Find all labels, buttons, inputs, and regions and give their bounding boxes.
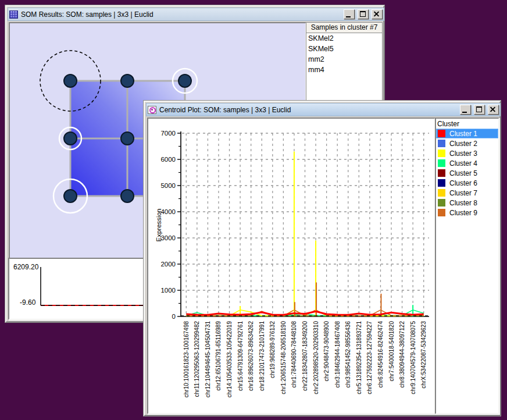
- legend-item[interactable]: Cluster 3: [436, 148, 498, 158]
- legend-item-label: Cluster 3: [445, 150, 477, 158]
- x-tick-label: chr11:120295063-120299482: [194, 321, 200, 397]
- centroid-chart-panel: 01000200030004000500060007000Expressionc…: [147, 118, 435, 414]
- som-node: [64, 190, 77, 202]
- cluster-color-swatch: [438, 159, 445, 167]
- legend-item[interactable]: Cluster 5: [436, 168, 498, 178]
- x-tick-label: chr3:98541452-98556436: [345, 321, 351, 388]
- x-tick-label: chr1:78440690-78448108: [291, 321, 297, 388]
- x-tick-label: chr2:202898520-202903310: [313, 321, 319, 394]
- som-node: [121, 132, 134, 145]
- som-node: [64, 132, 77, 145]
- samples-panel-header: Samples in cluster #7: [306, 23, 382, 33]
- legend-item-label: Cluster 8: [445, 199, 477, 207]
- centroid-plot-icon: [148, 106, 156, 114]
- x-tick-label: chr22:18342807-18349200: [302, 321, 308, 391]
- cluster-color-swatch: [438, 169, 445, 177]
- x-tick-label: chr12:65106791-65116989: [215, 321, 222, 391]
- centroid-plot-window: Centroid Plot: SOM: samples | 3x3 | Eucl…: [143, 100, 501, 417]
- x-tick-label: chr5:131892354-131893721: [356, 321, 362, 394]
- x-tick-label: chr18:21017473-21017991: [259, 321, 265, 391]
- minimize-button[interactable]: [460, 105, 471, 115]
- x-tick-label: chr8:38094944-38097122: [399, 321, 405, 388]
- maximize-button[interactable]: [474, 105, 485, 115]
- sample-item[interactable]: mm4: [306, 65, 382, 75]
- legend-list: Cluster 1Cluster 2Cluster 3Cluster 4Clus…: [436, 129, 498, 218]
- legend-item-label: Cluster 4: [445, 159, 477, 168]
- x-tick-label: chr9:140704579-140708075: [410, 321, 416, 394]
- som-node: [64, 74, 77, 87]
- cluster-legend-panel: Cluster Cluster 1Cluster 2Cluster 3Clust…: [435, 118, 499, 414]
- x-tick-label: chr6:127592223-127594227: [366, 321, 373, 394]
- som-node: [178, 74, 191, 87]
- y-axis-title: Expression: [155, 209, 162, 242]
- cluster-color-swatch: [438, 130, 445, 137]
- cluster-color-swatch: [438, 189, 445, 197]
- sample-item[interactable]: mm2: [306, 54, 382, 65]
- y-tick-label: 3000: [160, 234, 176, 241]
- mini-plot-max-label: 6209.20: [13, 263, 38, 271]
- y-tick-label: 4000: [160, 208, 176, 215]
- legend-item-label: Cluster 7: [445, 189, 477, 197]
- som-grid-icon: [9, 10, 18, 19]
- close-button[interactable]: [372, 9, 383, 19]
- samples-list: SKMel2SKMel5mm2mm4: [306, 33, 382, 75]
- centroid-window-titlebar[interactable]: Centroid Plot: SOM: samples | 3x3 | Eucl…: [146, 103, 501, 116]
- som-window-title: SOM Results: SOM: samples | 3x3 | Euclid: [20, 10, 341, 19]
- y-tick-label: 6000: [160, 156, 176, 163]
- x-tick-label: chr12:104494645-104504731: [205, 321, 211, 398]
- legend-header: Cluster: [436, 119, 498, 129]
- cluster-color-swatch: [438, 150, 445, 157]
- maximize-button[interactable]: [358, 9, 369, 19]
- x-tick-label: chr10:100161823-100167498: [183, 321, 190, 398]
- mini-plot-min-label: -9.60: [20, 298, 35, 307]
- x-tick-label: chrX:53422087-53429623: [420, 321, 427, 389]
- x-tick-label: chr7:5400018-5401820: [388, 321, 395, 382]
- minimize-button[interactable]: [344, 9, 355, 19]
- cluster-color-swatch: [438, 199, 445, 207]
- legend-item[interactable]: Cluster 2: [436, 138, 498, 148]
- desktop: { "desktop": {"bg_color": "#470b45"}, "s…: [0, 0, 507, 420]
- expression-chart: 01000200030004000500060007000Expressionc…: [148, 119, 432, 411]
- centroid-window-title: Centroid Plot: SOM: samples | 3x3 | Eucl…: [158, 106, 457, 114]
- legend-item-label: Cluster 6: [445, 179, 477, 187]
- y-tick-label: 2000: [160, 261, 176, 268]
- x-tick-label: chr19:968289-976132: [269, 321, 276, 378]
- close-button[interactable]: [488, 105, 499, 115]
- x-tick-label: chr15:64791309-64792761: [237, 321, 244, 391]
- y-tick-label: 0: [172, 313, 176, 320]
- y-tick-label: 5000: [160, 182, 176, 189]
- sample-item[interactable]: SKMel2: [306, 33, 382, 44]
- legend-item[interactable]: Cluster 8: [436, 198, 498, 208]
- x-tick-label: chr6:82454916-82462474: [377, 321, 384, 388]
- legend-item[interactable]: Cluster 4: [436, 158, 498, 168]
- cluster-color-swatch: [438, 140, 445, 147]
- som-node: [121, 190, 134, 202]
- legend-item[interactable]: Cluster 9: [436, 208, 498, 218]
- legend-item-label: Cluster 1: [445, 130, 477, 138]
- legend-item[interactable]: Cluster 7: [436, 188, 498, 198]
- legend-item[interactable]: Cluster 6: [436, 178, 498, 188]
- x-tick-label: chr14:105403533-105422019: [226, 321, 233, 398]
- som-window-titlebar[interactable]: SOM Results: SOM: samples | 3x3 | Euclid: [8, 8, 384, 21]
- legend-item-label: Cluster 9: [445, 209, 477, 217]
- x-tick-label: chr16:89626073-89634262: [248, 321, 254, 391]
- legend-item[interactable]: Cluster 1: [436, 129, 498, 138]
- cluster-color-swatch: [438, 209, 445, 216]
- x-tick-label: chr3:18462944-18467408: [334, 321, 341, 388]
- cluster-color-swatch: [438, 179, 445, 187]
- som-node: [121, 74, 134, 87]
- legend-item-label: Cluster 5: [445, 169, 477, 177]
- x-tick-label: chr1:206515748-206518190: [280, 321, 287, 394]
- sample-item[interactable]: SKMel5: [306, 44, 382, 54]
- y-tick-label: 7000: [160, 130, 176, 137]
- y-tick-label: 1000: [160, 287, 176, 294]
- x-tick-label: chr2:9048473-9048900: [323, 321, 330, 382]
- legend-item-label: Cluster 2: [445, 140, 477, 148]
